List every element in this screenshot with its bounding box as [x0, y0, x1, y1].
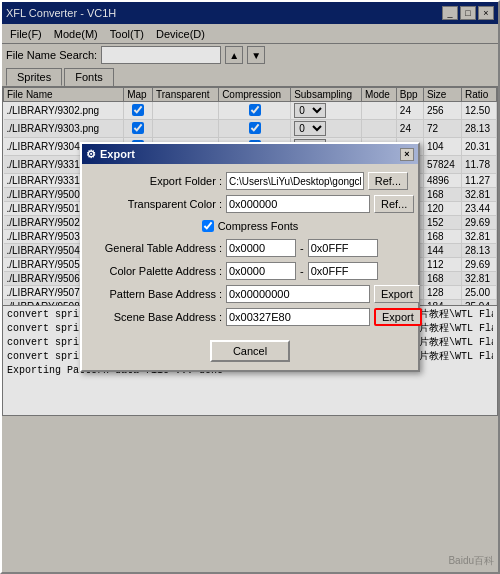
dialog-body: Export Folder : Ref... Transparent Color…	[82, 164, 418, 334]
general-table-row: General Table Address : -	[92, 239, 408, 257]
compress-fonts-row: Compress Fonts	[92, 218, 408, 234]
export-folder-row: Export Folder : Ref...	[92, 172, 408, 190]
scene-base-input[interactable]	[226, 308, 370, 326]
export-dialog: ⚙ Export × Export Folder : Ref... Transp…	[80, 142, 420, 372]
general-table-to-input[interactable]	[308, 239, 378, 257]
dialog-close-button[interactable]: ×	[400, 148, 414, 161]
dialog-title: Export	[100, 148, 135, 160]
transparent-color-ref-button[interactable]: Ref...	[374, 195, 414, 213]
export-folder-label: Export Folder :	[92, 175, 222, 187]
color-palette-from-input[interactable]	[226, 262, 296, 280]
color-palette-to-input[interactable]	[308, 262, 378, 280]
scene-base-label: Scene Base Address :	[92, 311, 222, 323]
modal-overlay: ⚙ Export × Export Folder : Ref... Transp…	[2, 2, 498, 572]
scene-base-row: Scene Base Address : Export	[92, 308, 408, 326]
general-table-from-input[interactable]	[226, 239, 296, 257]
export-folder-input[interactable]	[226, 172, 364, 190]
watermark: Baidu百科	[448, 554, 494, 568]
dialog-icon: ⚙	[86, 148, 96, 161]
color-palette-row: Color Palette Address : -	[92, 262, 408, 280]
transparent-color-input[interactable]	[226, 195, 370, 213]
main-window: XFL Converter - VC1H _ □ × File(F) Mode(…	[0, 0, 500, 574]
dialog-title-bar: ⚙ Export ×	[82, 144, 418, 164]
cancel-button[interactable]: Cancel	[210, 340, 290, 362]
compress-fonts-checkbox[interactable]	[202, 220, 214, 232]
general-table-label: General Table Address :	[92, 242, 222, 254]
pattern-export-button[interactable]: Export	[374, 285, 420, 303]
pattern-base-row: Pattern Base Address : Export	[92, 285, 408, 303]
transparent-color-label: Transparent Color :	[92, 198, 222, 210]
compress-fonts-label: Compress Fonts	[218, 220, 299, 232]
color-palette-label: Color Palette Address :	[92, 265, 222, 277]
export-folder-ref-button[interactable]: Ref...	[368, 172, 408, 190]
pattern-base-label: Pattern Base Address :	[92, 288, 222, 300]
transparent-color-row: Transparent Color : Ref...	[92, 195, 408, 213]
scene-export-button[interactable]: Export	[374, 308, 422, 326]
dialog-footer: Cancel	[82, 334, 418, 370]
pattern-base-input[interactable]	[226, 285, 370, 303]
